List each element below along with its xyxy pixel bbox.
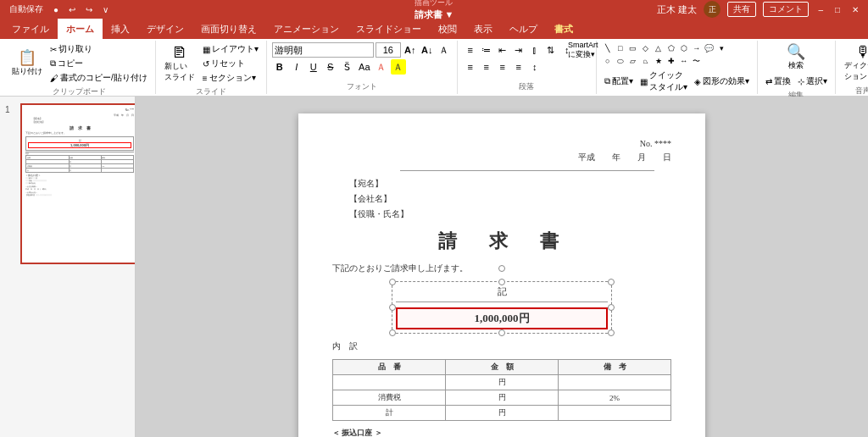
shape-hexagon[interactable]: ⬡ bbox=[678, 42, 690, 54]
tab-transition[interactable]: 画面切り替え bbox=[192, 19, 265, 39]
comment-button[interactable]: コメント bbox=[763, 2, 809, 17]
undo-btn[interactable]: ↩ bbox=[66, 4, 78, 15]
reset-label: リセット bbox=[211, 58, 245, 69]
shape-circle[interactable]: ○ bbox=[602, 55, 614, 67]
find-button[interactable]: 🔍 検索 bbox=[763, 42, 830, 73]
section-button[interactable]: ≡ セクション▾ bbox=[200, 71, 261, 85]
font-name-input[interactable] bbox=[272, 42, 374, 58]
maximize-button[interactable]: □ bbox=[832, 4, 843, 15]
shape-double-arrow[interactable]: ↔ bbox=[678, 55, 690, 67]
paste-button[interactable]: 📋 貼り付け bbox=[8, 48, 46, 79]
slide-page[interactable]: No. **** 平成 年 月 日 【宛名】 【会社名】 【役職・氏名】 請 求… bbox=[298, 113, 705, 437]
clear-format-btn[interactable]: Ａ bbox=[437, 42, 452, 58]
slide-thumbnail[interactable]: No. **** 平成 年 月 日 【宛名】 【会社名】 請 求 書 下記のとお… bbox=[20, 103, 136, 264]
share-button[interactable]: 共有 bbox=[727, 2, 756, 17]
handle-mr[interactable] bbox=[608, 304, 615, 311]
copy-button[interactable]: ⧉ コピー bbox=[47, 57, 150, 70]
align-center-btn[interactable]: ≡ bbox=[479, 59, 494, 75]
shape-effects-button[interactable]: ◈ 図形の効果▾ bbox=[692, 75, 752, 88]
bold-btn[interactable]: B bbox=[272, 59, 287, 75]
replace-button[interactable]: ⇄ 置換 bbox=[763, 75, 793, 88]
new-slide-button[interactable]: 🖹 新しいスライド bbox=[161, 43, 198, 85]
decrease-indent-btn[interactable]: ⇤ bbox=[495, 42, 510, 58]
close-button[interactable]: ✕ bbox=[849, 4, 861, 15]
shape-cross[interactable]: ✚ bbox=[665, 55, 677, 67]
layout-button[interactable]: ▦ レイアウト▾ bbox=[200, 42, 261, 56]
tab-file[interactable]: ファイル bbox=[3, 19, 58, 39]
handle-ml[interactable] bbox=[389, 304, 396, 311]
bank-title: ＜ 振込口座 ＞ bbox=[332, 428, 671, 437]
char-spacing-btn[interactable]: Aa bbox=[357, 59, 372, 75]
tab-slideshow[interactable]: スライドショー bbox=[348, 19, 430, 39]
tab-review[interactable]: 校閲 bbox=[430, 19, 465, 39]
justify-btn[interactable]: ≡ bbox=[511, 59, 526, 75]
shape-callout[interactable]: 💬 bbox=[704, 42, 715, 54]
cut-button[interactable]: ✂ 切り取り bbox=[47, 42, 150, 56]
bullet-list-btn[interactable]: ≡ bbox=[463, 42, 478, 58]
highlight-btn[interactable]: Ａ bbox=[391, 59, 406, 75]
shadow-btn[interactable]: S̈ bbox=[340, 59, 355, 75]
shape-parallelogram[interactable]: ▱ bbox=[627, 55, 639, 67]
customize-btn[interactable]: ∨ bbox=[100, 4, 111, 15]
tab-insert[interactable]: 挿入 bbox=[103, 19, 138, 39]
columns-btn[interactable]: ⫿ bbox=[527, 42, 542, 58]
shape-oval[interactable]: ⬭ bbox=[615, 55, 626, 67]
align-right-btn[interactable]: ≡ bbox=[495, 59, 510, 75]
handle-tm[interactable] bbox=[498, 279, 505, 285]
format-paint-button[interactable]: 🖌 書式のコピー/貼り付け bbox=[47, 71, 150, 85]
dictation-button[interactable]: 🎙 ディクテーション bbox=[841, 42, 868, 84]
tab-design[interactable]: デザイン bbox=[138, 19, 192, 39]
text-direction-btn[interactable]: ⇅ bbox=[543, 42, 559, 58]
group-voice: 🎙 ディクテーション 音声 bbox=[836, 41, 868, 94]
redo-btn[interactable]: ↪ bbox=[83, 4, 95, 15]
shape-arrow[interactable]: → bbox=[691, 42, 703, 54]
font-size-input[interactable] bbox=[376, 42, 401, 58]
convert-smartart-btn[interactable]: SmartArtに変換▾ bbox=[576, 42, 591, 58]
handle-tr[interactable] bbox=[608, 279, 615, 285]
tab-format[interactable]: 書式 bbox=[546, 19, 581, 39]
underline-btn[interactable]: U bbox=[306, 59, 321, 75]
shapes-more[interactable]: ▾ bbox=[716, 42, 728, 54]
rotate-handle[interactable] bbox=[498, 265, 505, 272]
quick-styles-button[interactable]: ▦ クイックスタイル▾ bbox=[637, 69, 690, 94]
arrange-button[interactable]: ⧉ 配置▾ bbox=[602, 75, 636, 88]
shape-pentagon[interactable]: ⬠ bbox=[665, 42, 677, 54]
handle-tl[interactable] bbox=[389, 279, 396, 285]
decrease-font-btn[interactable]: A↓ bbox=[420, 42, 435, 58]
recipient-line3: 【役職・氏名】 bbox=[349, 208, 671, 220]
strikethrough-btn[interactable]: S bbox=[323, 59, 338, 75]
minimize-button[interactable]: – bbox=[815, 4, 826, 15]
shape-line[interactable]: ╲ bbox=[602, 42, 614, 54]
tab-animation[interactable]: アニメーション bbox=[265, 19, 348, 39]
shape-rect[interactable]: □ bbox=[615, 42, 626, 54]
shape-trapezoid[interactable]: ⏢ bbox=[640, 55, 652, 67]
reset-button[interactable]: ↺ リセット bbox=[200, 57, 261, 70]
shape-star[interactable]: ★ bbox=[653, 55, 665, 67]
line-spacing-btn[interactable]: ↕ bbox=[527, 59, 542, 75]
tab-home[interactable]: ホーム bbox=[58, 19, 103, 39]
handle-bm[interactable] bbox=[498, 329, 505, 336]
italic-btn[interactable]: I bbox=[289, 59, 304, 75]
align-left-btn[interactable]: ≡ bbox=[463, 59, 478, 75]
selection-box[interactable]: 記 1,000,000円 bbox=[392, 281, 612, 334]
numbered-list-btn[interactable]: ≔ bbox=[479, 42, 494, 58]
shape-wavy[interactable]: 〜 bbox=[691, 55, 703, 67]
shape-diamond[interactable]: ◇ bbox=[640, 42, 652, 54]
col-header-1: 品 番 bbox=[333, 360, 446, 375]
app-body: 1 No. **** 平成 年 月 日 【宛名】 【会社名】 請 求 書 下記の… bbox=[0, 97, 868, 437]
cell-1-1 bbox=[333, 375, 446, 390]
select-label: 選択▾ bbox=[806, 75, 827, 87]
user-name: 正木 建太 bbox=[657, 3, 697, 16]
save-btn[interactable]: ● bbox=[51, 4, 61, 15]
font-color-btn[interactable]: Ａ bbox=[374, 59, 389, 75]
increase-indent-btn[interactable]: ⇥ bbox=[511, 42, 526, 58]
handle-bl[interactable] bbox=[389, 329, 396, 336]
select-button[interactable]: ⊹ 選択▾ bbox=[795, 75, 830, 88]
increase-font-btn[interactable]: A↑ bbox=[403, 42, 418, 58]
shape-rounded-rect[interactable]: ▭ bbox=[627, 42, 639, 54]
shape-triangle[interactable]: △ bbox=[653, 42, 665, 54]
handle-br[interactable] bbox=[608, 329, 615, 336]
tab-view[interactable]: 表示 bbox=[465, 19, 501, 39]
reset-icon: ↺ bbox=[203, 59, 209, 69]
tab-help[interactable]: ヘルプ bbox=[501, 19, 546, 39]
